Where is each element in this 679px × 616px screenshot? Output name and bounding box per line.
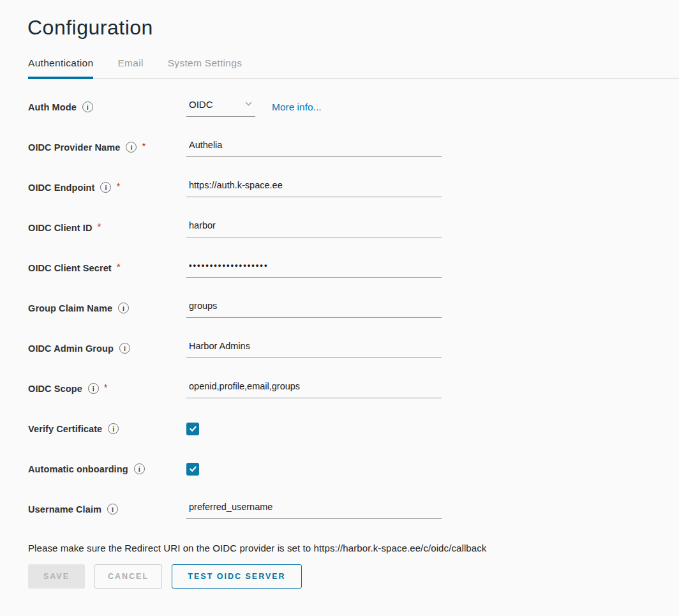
field-label-group: Username Claimi bbox=[28, 504, 186, 515]
group-claim-name-input[interactable] bbox=[186, 299, 442, 318]
form-row-oidc-client-secret: OIDC Client Secret* bbox=[28, 248, 679, 288]
field-control bbox=[186, 259, 442, 278]
field-label-group: OIDC Client Secret* bbox=[28, 263, 186, 273]
field-control bbox=[186, 463, 199, 476]
page-title: Configuration bbox=[27, 16, 679, 40]
tab-email[interactable]: Email bbox=[117, 57, 143, 79]
oidc-endpoint-input[interactable] bbox=[186, 178, 442, 197]
action-buttons: SAVE CANCEL TEST OIDC SERVER bbox=[28, 564, 679, 589]
form-row-automatic-onboarding: Automatic onboardingi bbox=[28, 449, 679, 489]
field-control bbox=[186, 423, 199, 435]
configuration-page: Configuration AuthenticationEmailSystem … bbox=[0, 0, 679, 589]
form-row-oidc-client-id: OIDC Client ID* bbox=[28, 207, 679, 248]
form-row-oidc-provider-name: OIDC Provider Namei* bbox=[28, 127, 679, 167]
field-label: OIDC Client ID bbox=[28, 223, 93, 233]
field-label: OIDC Provider Name bbox=[28, 142, 120, 153]
more-info-link[interactable]: More info... bbox=[272, 101, 322, 113]
info-icon[interactable]: i bbox=[108, 423, 119, 434]
tabs: AuthenticationEmailSystem Settings bbox=[28, 57, 679, 79]
redirect-uri-note: Please make sure the Redirect URI on the… bbox=[28, 543, 679, 553]
form-row-auth-mode: Auth ModeiOIDCMore info... bbox=[28, 87, 679, 127]
required-asterisk: * bbox=[116, 181, 120, 192]
auth-config-form: Auth ModeiOIDCMore info...OIDC Provider … bbox=[28, 87, 679, 529]
required-asterisk: * bbox=[104, 382, 108, 393]
field-control: OIDCMore info... bbox=[186, 98, 322, 117]
test-oidc-server-button[interactable]: TEST OIDC SERVER bbox=[172, 564, 302, 589]
tab-authentication[interactable]: Authentication bbox=[28, 57, 93, 79]
field-label-group: OIDC Client ID* bbox=[28, 223, 186, 233]
field-label: Auth Mode bbox=[28, 102, 77, 112]
form-row-group-claim-name: Group Claim Namei bbox=[28, 288, 679, 328]
info-icon[interactable]: i bbox=[134, 463, 145, 474]
field-control bbox=[186, 138, 442, 157]
oidc-scope-input[interactable] bbox=[186, 379, 442, 398]
oidc-provider-name-input[interactable] bbox=[186, 138, 442, 157]
form-row-verify-certificate: Verify Certificatei bbox=[28, 409, 679, 449]
info-icon[interactable]: i bbox=[100, 182, 111, 193]
field-label-group: OIDC Provider Namei* bbox=[28, 142, 186, 153]
field-label: Automatic onboarding bbox=[28, 464, 128, 474]
field-label-group: OIDC Scopei* bbox=[28, 383, 186, 394]
field-label: Username Claim bbox=[28, 504, 101, 515]
info-icon[interactable]: i bbox=[88, 383, 99, 394]
field-label: OIDC Endpoint bbox=[28, 183, 94, 193]
oidc-admin-group-input[interactable] bbox=[186, 339, 442, 358]
field-control bbox=[186, 178, 442, 197]
automatic-onboarding-checkbox[interactable] bbox=[186, 463, 199, 476]
cancel-button[interactable]: CANCEL bbox=[94, 564, 162, 589]
oidc-client-secret-input[interactable] bbox=[186, 259, 442, 278]
field-control bbox=[186, 379, 442, 398]
field-control bbox=[186, 500, 442, 519]
field-label-group: OIDC Endpointi* bbox=[28, 182, 186, 193]
field-label-group: Automatic onboardingi bbox=[28, 463, 186, 474]
info-icon[interactable]: i bbox=[126, 142, 137, 153]
select-value: OIDC bbox=[189, 99, 213, 110]
field-label: OIDC Scope bbox=[28, 384, 82, 394]
required-asterisk: * bbox=[142, 140, 146, 151]
save-button[interactable]: SAVE bbox=[28, 564, 85, 589]
field-label: Group Claim Name bbox=[28, 303, 112, 313]
form-row-oidc-endpoint: OIDC Endpointi* bbox=[28, 167, 679, 207]
field-control bbox=[186, 218, 442, 237]
required-asterisk: * bbox=[117, 261, 121, 272]
oidc-client-id-input[interactable] bbox=[186, 218, 442, 237]
info-icon[interactable]: i bbox=[82, 101, 93, 112]
tab-system-settings[interactable]: System Settings bbox=[168, 57, 243, 79]
field-label-group: Auth Modei bbox=[28, 101, 186, 112]
auth-mode-select[interactable]: OIDC bbox=[186, 98, 255, 117]
field-label: OIDC Admin Group bbox=[28, 343, 114, 354]
field-label: Verify Certificate bbox=[28, 424, 102, 434]
field-control bbox=[186, 299, 442, 318]
field-label-group: Group Claim Namei bbox=[28, 303, 186, 313]
form-row-username-claim: Username Claimi bbox=[28, 489, 679, 529]
info-icon[interactable]: i bbox=[107, 504, 118, 515]
form-row-oidc-scope: OIDC Scopei* bbox=[28, 368, 679, 409]
verify-certificate-checkbox[interactable] bbox=[186, 423, 199, 435]
info-icon[interactable]: i bbox=[119, 343, 130, 354]
required-asterisk: * bbox=[98, 221, 101, 232]
field-label-group: Verify Certificatei bbox=[28, 423, 186, 434]
info-icon[interactable]: i bbox=[118, 303, 129, 313]
field-label-group: OIDC Admin Groupi bbox=[28, 343, 186, 354]
field-control bbox=[186, 339, 442, 358]
chevron-down-icon bbox=[244, 99, 253, 110]
field-label: OIDC Client Secret bbox=[28, 263, 112, 273]
username-claim-input[interactable] bbox=[186, 500, 442, 519]
form-row-oidc-admin-group: OIDC Admin Groupi bbox=[28, 328, 679, 368]
